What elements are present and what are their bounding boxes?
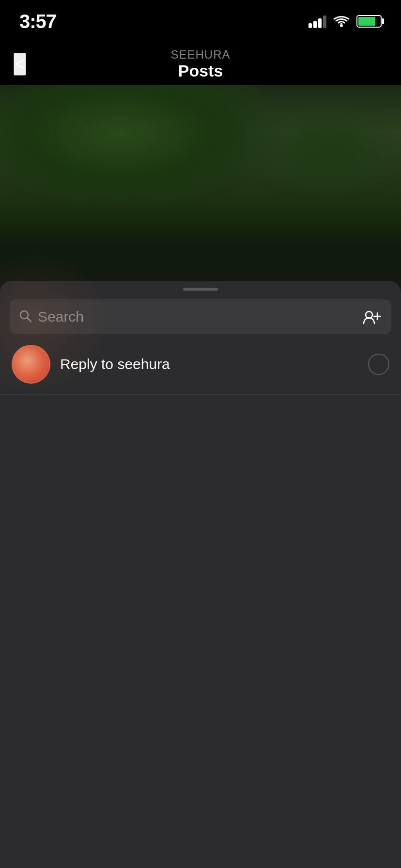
back-button[interactable]: < <box>14 53 26 76</box>
status-bar: 3:57 <box>0 0 401 43</box>
search-bar[interactable]: Search <box>10 299 391 334</box>
add-people-button[interactable] <box>361 306 383 327</box>
nav-title-group: SEEHURA Posts <box>170 48 230 80</box>
nav-title: Posts <box>178 62 223 80</box>
nav-subtitle: SEEHURA <box>170 48 230 62</box>
search-icon <box>18 309 32 325</box>
reply-item[interactable]: Reply to seehura <box>0 334 401 395</box>
nav-bar: < SEEHURA Posts <box>0 43 401 85</box>
avatar <box>12 345 50 384</box>
battery-icon <box>356 15 382 28</box>
select-circle[interactable] <box>368 354 389 375</box>
reply-label: Reply to seehura <box>60 356 358 372</box>
bottom-sheet: Search Reply to seehura <box>0 281 401 868</box>
signal-icon <box>308 15 326 28</box>
wifi-icon <box>333 15 350 28</box>
status-time: 3:57 <box>19 11 56 32</box>
svg-point-0 <box>340 24 343 27</box>
search-container: Search <box>0 291 401 334</box>
svg-line-2 <box>27 318 31 322</box>
search-placeholder: Search <box>38 309 355 325</box>
status-icons <box>308 15 382 28</box>
